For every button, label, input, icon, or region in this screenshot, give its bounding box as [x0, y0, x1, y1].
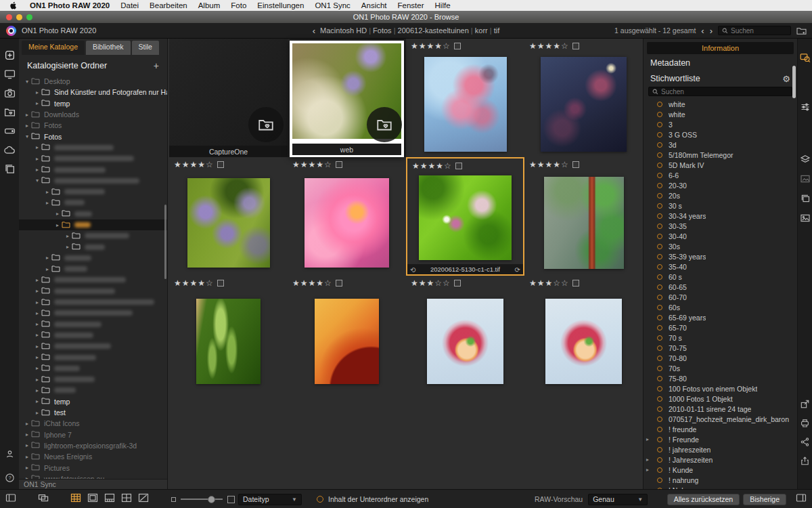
breadcrumb-item[interactable]: 200612-kasteeltuinen	[398, 26, 469, 35]
cloud-icon[interactable]	[4, 144, 16, 156]
keyword-list-section-header[interactable]: Stichwortliste	[650, 74, 700, 83]
keyword-item[interactable]: 20-30	[644, 180, 797, 190]
account-icon[interactable]	[5, 449, 15, 459]
folder-tree-item[interactable]: ▸test	[19, 407, 167, 418]
keyword-item[interactable]: 30-40	[644, 231, 797, 241]
photo-thumbnail[interactable]: ★★★☆☆	[406, 276, 524, 394]
tab-stile[interactable]: Stile	[132, 41, 159, 55]
photo-image[interactable]	[545, 299, 622, 384]
folder-tree-item[interactable]: ▸	[19, 385, 167, 396]
tree-expander-icon[interactable]: ▸	[23, 475, 31, 479]
star-rating[interactable]: ★★★★☆	[529, 161, 569, 169]
photo-image[interactable]	[544, 177, 624, 269]
tree-expander-icon[interactable]: ▸	[53, 211, 62, 217]
keyword-item[interactable]: 65-70	[644, 322, 797, 333]
photo-select-checkbox[interactable]	[572, 43, 579, 49]
show-subfolder-contents-toggle[interactable]: Inhalt der Unterordner anzeigen	[317, 490, 428, 508]
panel-left-icon[interactable]	[5, 492, 16, 506]
breadcrumb-back-icon[interactable]: ‹	[313, 26, 315, 35]
tree-expander-icon[interactable]: ▸	[23, 442, 31, 448]
tree-expander-icon[interactable]: ▸	[33, 100, 41, 106]
photo-select-checkbox[interactable]	[217, 161, 224, 168]
breadcrumb-item[interactable]: korr	[475, 26, 488, 35]
star-rating[interactable]: ★★★★☆	[174, 161, 214, 169]
folder-tree-item[interactable]: ▾Desktop	[19, 76, 167, 87]
folder-tree-item[interactable]: ▸lightroom-explosionsgrafik-3d	[19, 440, 167, 451]
photo-thumbnail[interactable]: ★★★★☆	[406, 39, 524, 157]
photo-image[interactable]	[187, 178, 270, 268]
upload-icon[interactable]	[800, 456, 810, 466]
drive-icon[interactable]	[4, 125, 16, 137]
tree-expander-icon[interactable]: ▸	[33, 288, 41, 294]
share-icon[interactable]	[800, 437, 810, 447]
camera-icon[interactable]	[4, 87, 16, 99]
folder-thumbnail[interactable]: web	[288, 39, 406, 157]
develop-sliders-icon[interactable]	[800, 102, 811, 112]
tree-expander-icon[interactable]: ▸	[33, 144, 41, 150]
add-catalog-folder-button[interactable]: +	[154, 60, 159, 71]
photo-select-checkbox[interactable]	[454, 280, 461, 287]
folder-tree-item[interactable]: ▾Fotos	[19, 131, 167, 142]
folder-tree-item[interactable]: ▸	[19, 153, 167, 164]
tree-expander-icon[interactable]: ▸	[43, 200, 51, 206]
keyword-item[interactable]: 35-40	[644, 261, 797, 272]
folder-tree-item[interactable]: ▸Iphone 7	[19, 429, 167, 440]
slider-track[interactable]	[181, 499, 223, 500]
tab-meine-kataloge[interactable]: Meine Kataloge	[22, 41, 85, 55]
folder-tree-item[interactable]: ▸	[19, 274, 167, 285]
folder-tree-item[interactable]: ▸	[19, 341, 167, 352]
tree-expander-icon[interactable]: ▸	[23, 112, 31, 118]
keyword-item[interactable]: 70 s	[644, 333, 797, 343]
photo-thumbnail[interactable]: ★★★★☆	[524, 39, 643, 157]
dual-display-icon[interactable]	[38, 492, 49, 506]
photo-thumbnail[interactable]: ★★★★☆	[524, 157, 643, 276]
folder-tree-item[interactable]: ▸	[19, 197, 167, 208]
star-rating[interactable]: ★★★★☆	[529, 42, 569, 50]
folder-tree-item[interactable]: ▸	[19, 319, 167, 330]
printer-icon[interactable]	[800, 418, 810, 428]
tree-expander-icon[interactable]: ▸	[33, 377, 41, 383]
tree-expander-icon[interactable]: ▸	[33, 354, 41, 360]
star-rating[interactable]: ★★★★☆	[411, 42, 451, 50]
folder-tree-item[interactable]: ▸	[19, 330, 167, 341]
frame-icon[interactable]	[800, 173, 811, 184]
view-filmstrip-icon[interactable]	[104, 492, 115, 506]
tab-bibliothek[interactable]: Bibliothek	[86, 41, 131, 55]
keyword-item[interactable]: 70-75	[644, 343, 797, 353]
tree-expander-icon[interactable]: ▸	[33, 310, 41, 316]
rotate-ccw-icon[interactable]: ⟲	[410, 266, 415, 274]
panel-right-icon[interactable]	[796, 492, 807, 506]
keyword-item[interactable]: 070517_hochzeit_melanie_dirk_baron	[644, 414, 797, 424]
photo-image[interactable]	[419, 175, 512, 260]
tree-expander-icon[interactable]: ▸	[64, 233, 72, 239]
keyword-item[interactable]: 3d	[644, 140, 797, 150]
tree-expander-icon[interactable]: ▸	[33, 89, 41, 96]
menu-item-on1-sync[interactable]: ON1 Sync	[315, 1, 350, 9]
view-compare-icon[interactable]	[121, 492, 132, 506]
tree-expander-icon[interactable]: ▸	[33, 321, 41, 327]
folder-tree-item[interactable]: ▸	[19, 374, 167, 385]
keyword-item[interactable]: 6-6	[644, 170, 797, 180]
star-rating[interactable]: ★★★★☆	[292, 161, 332, 169]
folder-tree-item[interactable]: ▸	[19, 230, 167, 241]
image-icon[interactable]	[800, 213, 811, 224]
view-grid-icon[interactable]	[70, 492, 81, 506]
menu-item-foto[interactable]: Foto	[231, 1, 246, 9]
folder-tree-item[interactable]: ▸Fotos	[19, 120, 167, 131]
tree-expander-icon[interactable]: ▸	[23, 421, 31, 427]
folder-tree-item[interactable]: ▸temp	[19, 98, 167, 109]
keyword-item[interactable]: 30-34 years	[644, 211, 797, 221]
keyword-item[interactable]: 5/180mm Telemegor	[644, 150, 797, 160]
folder-tree-item[interactable]: ▸	[19, 186, 167, 197]
keyword-item[interactable]: 60 s	[644, 272, 797, 282]
star-rating[interactable]: ★★★☆☆	[411, 279, 451, 287]
star-rating[interactable]: ★★★★☆	[174, 279, 214, 287]
tree-expander-icon[interactable]: ▸	[43, 266, 51, 272]
window-title-bar[interactable]: ON1 Photo RAW 2020 - Browse	[0, 11, 812, 23]
photo-image[interactable]	[196, 299, 261, 384]
photo-thumbnail[interactable]: ★★★☆☆	[524, 276, 643, 394]
photo-select-checkbox[interactable]	[336, 280, 342, 287]
photo-image[interactable]	[424, 57, 507, 152]
tree-expander-icon[interactable]: ▸	[23, 465, 31, 471]
keyword-item[interactable]: 60-70	[644, 292, 797, 302]
